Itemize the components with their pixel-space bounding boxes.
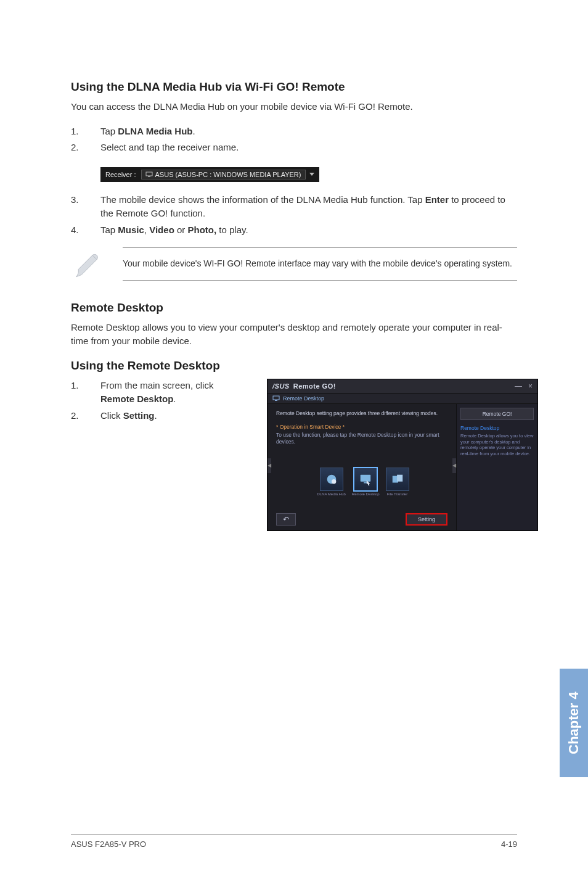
step-number: 1. (71, 379, 100, 406)
heading-remote-desktop: Remote Desktop (71, 301, 517, 315)
side-title: Remote Desktop (460, 425, 534, 431)
text-fragment: Tap (100, 126, 118, 136)
back-button[interactable]: ↶ (276, 513, 296, 526)
text-fragment: Tap (100, 225, 118, 235)
remote-go-window: /SUS Remote GO! — × Remote Desktop ◀ ◀ (267, 379, 538, 531)
steps-1-2: 1. Tap DLNA Media Hub. 2. Select and tap… (71, 125, 517, 155)
text-fragment: . (192, 126, 195, 136)
chapter-tab: Chapter 4 (560, 669, 588, 777)
text-fragment: , (144, 225, 149, 235)
heading-dlna-wifi: Using the DLNA Media Hub via Wi-Fi GO! R… (71, 80, 517, 94)
app-titlebar: /SUS Remote GO! — × (267, 379, 537, 394)
text-bold: Video (149, 225, 174, 235)
text-bold: Photo, (187, 225, 216, 235)
monitor-icon (272, 395, 280, 402)
text-fragment: or (174, 225, 188, 235)
text-bold: Enter (425, 194, 449, 205)
chevron-down-icon (309, 173, 314, 176)
receiver-dropdown[interactable]: Receiver : ASUS (ASUS-PC : WINDOWS MEDIA… (100, 167, 319, 182)
thumb-dlna-media-hub[interactable] (320, 468, 343, 491)
note-block: Your mobile device's WI-FI GO! Remote in… (71, 245, 517, 283)
chapter-tab-label: Chapter 4 (566, 691, 582, 754)
step-3: 3. The mobile device shows the informati… (71, 193, 517, 221)
thumb-file-transfer[interactable] (386, 468, 409, 491)
step-2: 2. Select and tap the receiver name. (71, 141, 517, 155)
step-text: Tap Music, Video or Photo, to play. (100, 223, 517, 237)
text-bold: Remote Desktop (100, 394, 173, 404)
side-description: Remote Desktop allows you to view your c… (460, 433, 534, 457)
footer-page-number: 4-19 (501, 840, 517, 849)
step-text: The mobile device shows the information … (100, 193, 517, 221)
operation-body: To use the function, please tap the Remo… (276, 432, 450, 445)
heading-using-remote-desktop: Using the Remote Desktop (71, 359, 517, 373)
panel-collapse-left[interactable]: ◀ (267, 458, 271, 473)
thumb-label: Remote Desktop (352, 492, 380, 496)
svg-rect-6 (361, 475, 371, 482)
app-desc-line: Remote Desktop setting page provides thr… (276, 410, 450, 416)
receiver-value-box: ASUS (ASUS-PC : WINDOWS MEDIA PLAYER) (141, 170, 306, 179)
note-text: Your mobile device's WI-FI GO! Remote in… (123, 247, 517, 281)
steps-3-4: 3. The mobile device shows the informati… (71, 193, 517, 237)
setting-button[interactable]: Setting (406, 513, 447, 526)
text-bold: DLNA Media Hub (118, 126, 192, 136)
text-fragment: From the main screen, click (100, 380, 213, 390)
thumb-label: DLNA Media Hub (317, 492, 345, 496)
step-number: 1. (71, 125, 100, 139)
step-1: 1. Tap DLNA Media Hub. (71, 125, 517, 139)
monitor-icon (145, 171, 153, 178)
remote-desktop-icon (359, 472, 372, 486)
breadcrumb-text: Remote Desktop (283, 395, 324, 402)
step-number: 2. (71, 141, 100, 155)
dlna-icon (325, 472, 338, 486)
text-bold: Setting (123, 410, 155, 421)
receiver-label: Receiver : (105, 171, 136, 178)
thumb-label: File Transfer (387, 492, 407, 496)
app-title: Remote GO! (293, 382, 336, 390)
app-breadcrumb-bar: Remote Desktop (267, 394, 537, 404)
step-text: Click Setting. (100, 409, 250, 423)
page-footer: ASUS F2A85-V PRO 4-19 (71, 834, 517, 849)
close-button[interactable]: × (528, 382, 533, 390)
svg-rect-3 (275, 400, 277, 401)
text-fragment: to play. (216, 225, 248, 235)
step-4: 4. Tap Music, Video or Photo, to play. (71, 223, 517, 237)
svg-rect-0 (146, 172, 152, 176)
operation-heading: * Operation in Smart Device * (276, 424, 450, 430)
intro-remote-desktop: Remote Desktop allows you to view your c… (71, 321, 517, 348)
side-remote-go-button[interactable]: Remote GO! (460, 408, 534, 420)
svg-rect-9 (397, 475, 402, 482)
app-side-panel: Remote GO! Remote Desktop Remote Desktop… (456, 404, 537, 530)
brand-logo: /SUS (272, 382, 290, 390)
step-text: From the main screen, click Remote Deskt… (100, 379, 250, 406)
step-number: 2. (71, 409, 100, 423)
footer-product: ASUS F2A85-V PRO (71, 840, 146, 849)
file-transfer-icon (391, 472, 404, 486)
receiver-value: ASUS (ASUS-PC : WINDOWS MEDIA PLAYER) (155, 171, 301, 178)
step-1: 1. From the main screen, click Remote De… (71, 379, 250, 406)
text-fragment: Click (100, 410, 123, 421)
text-bold: Music (118, 225, 144, 235)
text-fragment: . (155, 410, 157, 421)
text-fragment: The mobile device shows the information … (100, 194, 425, 205)
svg-rect-1 (148, 176, 150, 177)
minimize-button[interactable]: — (515, 382, 522, 390)
text-fragment: . (173, 394, 176, 404)
step-text: Tap DLNA Media Hub. (100, 125, 517, 139)
step-number: 4. (71, 223, 100, 237)
intro-dlna-wifi: You can access the DLNA Media Hub on you… (71, 100, 517, 113)
mode-thumbnails: DLNA Media Hub Remote Desktop (276, 468, 450, 496)
step-2: 2. Click Setting. (71, 409, 250, 423)
app-brand: /SUS Remote GO! (272, 382, 336, 390)
step-text: Select and tap the receiver name. (100, 141, 517, 155)
svg-rect-2 (273, 396, 279, 400)
app-main-panel: ◀ ◀ Remote Desktop setting page provides… (267, 404, 456, 530)
panel-collapse-right[interactable]: ◀ (452, 458, 456, 473)
step-number: 3. (71, 193, 100, 221)
steps-remote: 1. From the main screen, click Remote De… (71, 379, 250, 423)
thumb-remote-desktop[interactable] (354, 468, 377, 491)
svg-point-5 (332, 479, 336, 484)
note-pencil-icon (71, 245, 105, 283)
